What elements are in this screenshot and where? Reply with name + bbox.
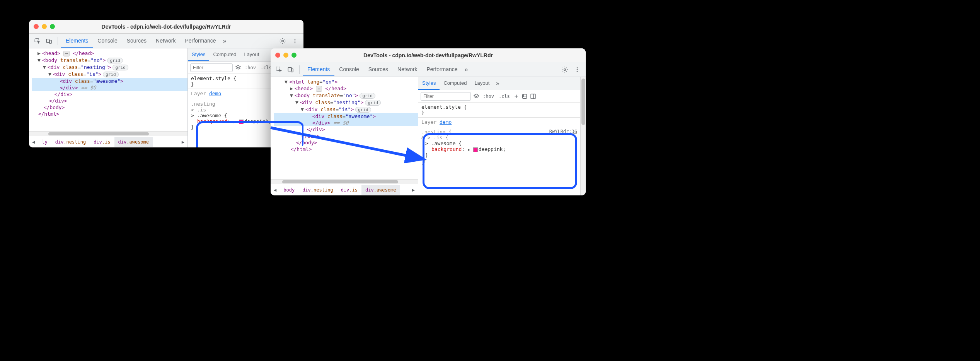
tab-network[interactable]: Network [393,63,422,76]
breadcrumb-prev-icon[interactable]: ◀ [29,139,38,145]
settings-gear-icon[interactable] [559,64,570,75]
grid-badge[interactable]: grid [103,72,119,77]
style-rules[interactable]: element.style {} Layer demo [418,103,580,127]
traffic-lights [34,24,55,29]
crumb-body[interactable]: body [280,185,298,195]
styles-tabs: Styles Computed Layout » [418,77,580,90]
color-swatch[interactable] [473,147,478,152]
styles-filter-input[interactable] [190,63,233,72]
vertical-scrollbar[interactable] [580,77,586,195]
selected-node[interactable]: <div class="awesome"> [274,113,418,120]
hov-button[interactable]: :hov [244,64,257,71]
zoom-window-button[interactable] [50,24,55,29]
zoom-window-button[interactable] [291,53,297,58]
tab-console[interactable]: Console [334,63,363,76]
body-panes: ▶<head> ⋯ </head> ▼<body translate="no">… [29,48,303,147]
minimize-window-button[interactable] [283,53,288,58]
styles-pane: Styles Computed Layout » :hov .cls + ele… [418,77,580,195]
source-link[interactable]: RwYLRdr:36 [549,129,577,134]
crumb-div-awesome[interactable]: div.awesome [114,137,153,147]
more-tabs-icon[interactable]: » [221,36,229,46]
color-swatch[interactable] [239,120,244,124]
devtools-window-1: DevTools - cdpn.io/web-dot-dev/fullpage/… [29,20,303,147]
grid-badge[interactable]: grid [107,58,123,63]
collapsed-dots-badge[interactable]: ⋯ [63,51,70,56]
minimize-window-button[interactable] [42,24,47,29]
crumb-body[interactable]: ly [38,137,51,147]
crumb-div-nesting[interactable]: div.nesting [51,137,90,147]
svg-point-4 [295,39,296,40]
kebab-menu-icon[interactable] [572,64,583,75]
breadcrumb-prev-icon[interactable]: ◀ [271,187,280,193]
layer-link[interactable]: demo [209,91,221,96]
devtools-window-2: DevTools - cdpn.io/web-dot-dev/fullpage/… [271,48,586,195]
titlebar: DevTools - cdpn.io/web-dot-dev/fullpage/… [29,20,303,34]
breadcrumbs: ◀ body div.nesting div.is div.awesome ▶ [271,184,418,195]
kebab-menu-icon[interactable] [290,36,300,46]
crumb-div-nesting[interactable]: div.nesting [298,185,337,195]
svg-point-5 [295,40,296,41]
dock-side-icon[interactable] [530,93,536,99]
selected-node[interactable]: <div class="awesome"> [32,78,187,84]
breadcrumb-next-icon[interactable]: ▶ [179,139,187,145]
grid-badge[interactable]: grid [355,107,371,113]
tab-network[interactable]: Network [151,34,180,48]
tab-performance[interactable]: Performance [422,63,462,76]
settings-gear-icon[interactable] [277,36,288,46]
crumb-div-awesome[interactable]: div.awesome [361,185,400,195]
svg-rect-15 [531,94,535,99]
svg-point-11 [577,67,578,68]
styles-tab-layout[interactable]: Layout [240,48,263,61]
dom-tree[interactable]: ▼<html lang="en"> ▶<head> ⋯ </head> ▼<bo… [271,77,418,179]
crumb-div-is[interactable]: div.is [337,185,361,195]
styles-tab-styles[interactable]: Styles [188,48,209,61]
layer-link[interactable]: demo [440,119,452,125]
main-toolbar: Elements Console Sources Network Perform… [271,62,586,77]
elements-pane: ▶<head> ⋯ </head> ▼<body translate="no">… [29,48,187,147]
more-tabs-icon[interactable]: » [462,65,470,75]
inspect-element-icon[interactable] [32,36,43,46]
crumb-div-is[interactable]: div.is [90,137,114,147]
tab-performance[interactable]: Performance [180,34,220,48]
main-toolbar: Elements Console Sources Network Perform… [29,34,303,48]
inspect-element-icon[interactable] [274,64,285,75]
flexbox-editor-icon[interactable] [522,93,528,99]
window-title: DevTools - cdpn.io/web-dot-dev/fullpage/… [363,52,493,58]
hov-button[interactable]: :hov [482,93,495,100]
tab-sources[interactable]: Sources [364,63,393,76]
close-window-button[interactable] [275,53,280,58]
element-style-rule[interactable]: element.style {} [421,104,577,116]
tab-sources[interactable]: Sources [122,34,151,48]
device-toggle-icon[interactable] [44,36,55,46]
styles-tab-computed[interactable]: Computed [440,77,470,90]
close-window-button[interactable] [34,24,39,29]
tab-console[interactable]: Console [93,34,122,48]
styles-toolbar: :hov .cls + [418,90,580,103]
cls-button[interactable]: .cls [498,93,511,100]
styles-tab-styles[interactable]: Styles [418,77,440,90]
grid-badge[interactable]: grid [360,93,375,99]
collapsed-dots-badge[interactable]: ⋯ [316,86,322,92]
layers-icon[interactable] [235,65,241,71]
breadcrumb-next-icon[interactable]: ▶ [409,187,418,193]
more-styles-tabs-icon[interactable]: » [493,78,502,89]
traffic-lights [275,53,297,58]
elements-pane: ▼<html lang="en"> ▶<head> ⋯ </head> ▼<bo… [271,77,418,195]
body-panes: ▼<html lang="en"> ▶<head> ⋯ </head> ▼<bo… [271,77,586,195]
titlebar: DevTools - cdpn.io/web-dot-dev/fullpage/… [271,48,586,62]
svg-point-6 [295,42,296,43]
horizontal-scrollbar[interactable] [29,131,187,136]
add-rule-button[interactable]: + [513,92,520,101]
horizontal-scrollbar[interactable] [271,179,418,184]
tab-elements[interactable]: Elements [61,34,93,48]
separator [299,65,300,74]
tab-elements[interactable]: Elements [303,63,334,76]
dom-tree[interactable]: ▶<head> ⋯ </head> ▼<body translate="no">… [29,48,187,131]
layers-icon[interactable] [473,93,479,99]
grid-badge[interactable]: grid [365,100,381,106]
styles-tab-computed[interactable]: Computed [209,48,240,61]
styles-tab-layout[interactable]: Layout [470,77,493,90]
styles-filter-input[interactable] [421,92,471,101]
grid-badge[interactable]: grid [112,65,128,70]
device-toggle-icon[interactable] [285,64,296,75]
